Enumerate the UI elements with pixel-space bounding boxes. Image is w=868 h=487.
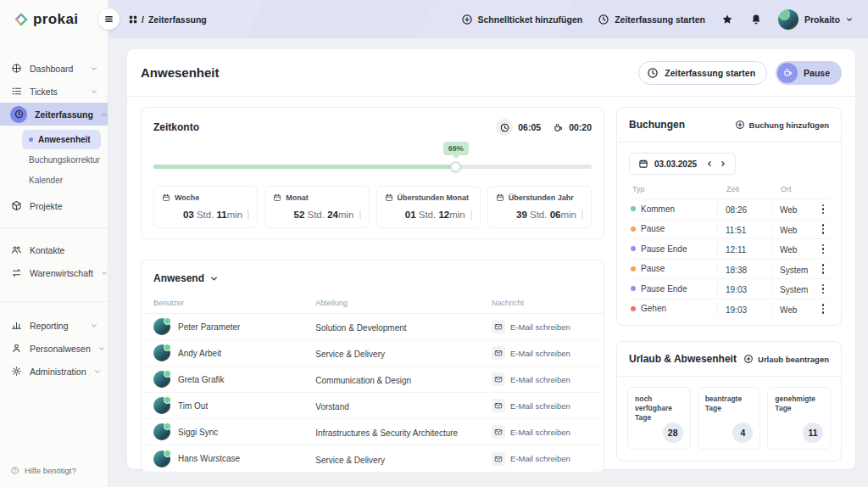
booking-type: Pause Ende xyxy=(641,244,687,254)
stat-available-days: noch verfügbare Tage 28 xyxy=(627,387,691,450)
chevron-down-icon xyxy=(101,270,108,277)
stat-hours: 01 xyxy=(405,210,416,220)
sidebar-divider xyxy=(0,227,108,228)
brand-name: prokai xyxy=(33,11,78,28)
stat-woche: Woche 03 Std. 11min xyxy=(153,186,258,228)
stat-value-badge: 4 xyxy=(732,423,753,443)
column-zeit: Zeit xyxy=(719,185,773,193)
progress-badge: 69% xyxy=(443,142,469,155)
avatar xyxy=(153,318,170,335)
anwesend-table-header: Benutzer Abteilung Nachricht xyxy=(142,294,604,314)
avatar xyxy=(153,397,170,414)
sidebar-toggle-button[interactable] xyxy=(98,8,120,30)
status-dot-gehen xyxy=(631,306,636,311)
anwesend-title: Anwesend xyxy=(153,272,204,284)
min-label: min xyxy=(227,210,243,220)
breadcrumb[interactable]: / Zeiterfassung xyxy=(129,14,207,25)
sidebar-item-administration[interactable]: Administration xyxy=(0,360,108,383)
buchungen-title: Buchungen xyxy=(629,119,685,131)
clock-icon xyxy=(598,14,609,25)
sidebar-item-tickets[interactable]: Tickets xyxy=(0,80,108,103)
table-row: Peter Parameter Solution & Development E… xyxy=(142,314,604,340)
user-menu[interactable]: Prokaito xyxy=(778,9,853,30)
std-label: Std. xyxy=(530,210,547,220)
stat-hours: 52 xyxy=(294,210,305,220)
email-link[interactable]: E-Mail schreiben xyxy=(492,425,592,439)
chevron-up-icon xyxy=(101,111,108,118)
subnav-label: Buchungskorrektur xyxy=(29,155,100,165)
email-link[interactable]: E-Mail schreiben xyxy=(492,320,592,333)
help-link[interactable]: Hilfe benötigt? xyxy=(10,466,76,475)
sidebar-subitem-buchungskorrektur[interactable]: Buchungskorrektur xyxy=(22,150,101,170)
calendar-icon xyxy=(273,193,281,202)
start-tracking-label: Zeiterfassung starten xyxy=(615,14,705,25)
sidebar-item-kontakte[interactable]: Kontakte xyxy=(0,238,108,261)
email-link[interactable]: E-Mail schreiben xyxy=(492,452,592,466)
pause-button[interactable]: Pause xyxy=(776,61,842,85)
nav-label: Personalwesen xyxy=(30,344,91,354)
sidebar-item-personalwesen[interactable]: Personalwesen xyxy=(0,337,108,360)
add-booking-button[interactable]: Buchung hinzufügen xyxy=(735,120,829,130)
calendar-icon xyxy=(638,159,648,169)
email-link[interactable]: E-Mail schreiben xyxy=(492,346,592,360)
status-dot-pause xyxy=(631,227,636,232)
stat-value-badge: 11 xyxy=(803,423,823,443)
row-menu-kebab-icon[interactable] xyxy=(817,243,829,256)
start-tracking-button[interactable]: Zeiterfassung starten xyxy=(598,14,705,25)
request-vacation-button[interactable]: Urlaub beantragen xyxy=(743,354,829,364)
envelope-icon xyxy=(492,346,505,360)
avatar xyxy=(153,344,170,361)
stat-label: Überstunden Jahr xyxy=(509,193,574,202)
tickets-icon xyxy=(10,86,22,98)
department: Solution & Development xyxy=(315,323,406,333)
sidebar-subitem-kalender[interactable]: Kalender xyxy=(22,171,101,190)
user-name: Peter Parameter xyxy=(178,322,240,332)
favorites-star-icon[interactable] xyxy=(721,13,734,26)
exchange-arrows-icon xyxy=(10,267,22,279)
sidebar-item-zeiterfassung[interactable]: Zeiterfassung xyxy=(0,103,108,126)
brand-logo[interactable]: prokai xyxy=(0,0,108,38)
buchungen-table-header: Typ Zeit Ort xyxy=(629,175,829,199)
status-dot-pause-ende xyxy=(631,246,636,251)
chevron-down-icon xyxy=(91,65,97,72)
row-menu-kebab-icon[interactable] xyxy=(817,203,829,216)
quick-ticket-button[interactable]: Schnellticket hinzufügen xyxy=(461,14,583,25)
row-menu-kebab-icon[interactable] xyxy=(817,283,829,296)
calendar-icon xyxy=(385,193,393,202)
chevron-down-icon xyxy=(91,322,97,329)
table-row: Hans Wurstcase Service & Delivery E-Mail… xyxy=(142,445,604,472)
anwesend-filter-dropdown[interactable]: Anwesend xyxy=(142,260,604,294)
row-menu-kebab-icon[interactable] xyxy=(817,302,829,316)
chevron-down-icon xyxy=(98,345,105,352)
sidebar-item-projekte[interactable]: Projekte xyxy=(0,194,108,217)
email-link[interactable]: E-Mail schreiben xyxy=(492,372,592,386)
buchungen-card: Buchungen Buchung hinzufügen 03.03.2025 xyxy=(616,107,842,326)
slider-handle[interactable] xyxy=(450,161,461,172)
sidebar-item-warenwirtschaft[interactable]: Warenwirtschaft xyxy=(0,261,108,284)
page-header: Anwesenheit Zeiterfassung starten Pause xyxy=(127,49,855,97)
next-day-button[interactable] xyxy=(720,160,726,167)
booking-type: Pause xyxy=(641,224,665,233)
previous-day-button[interactable] xyxy=(706,160,713,167)
stat-label: genehmigte Tage xyxy=(775,395,823,413)
coffee-cup-icon xyxy=(777,63,798,83)
nav-label: Kontakte xyxy=(30,245,97,255)
date-picker[interactable]: 03.03.2025 xyxy=(629,153,736,175)
zeitkonto-times: 06:05 00:20 xyxy=(496,119,592,136)
status-dot-pause xyxy=(631,266,636,271)
email-label: E-Mail schreiben xyxy=(510,401,570,411)
email-label: E-Mail schreiben xyxy=(510,322,570,332)
row-menu-kebab-icon[interactable] xyxy=(817,222,829,236)
department: Vorstand xyxy=(315,402,348,411)
sidebar-subitem-anwesenheit[interactable]: Anwesenheit xyxy=(22,130,101,149)
user-name: Hans Wurstcase xyxy=(178,454,240,463)
min-label: min xyxy=(560,210,576,220)
sidebar-item-reporting[interactable]: Reporting xyxy=(0,314,108,337)
row-menu-kebab-icon[interactable] xyxy=(817,262,829,276)
start-tracking-pill-button[interactable]: Zeiterfassung starten xyxy=(638,61,767,85)
booking-time: 19:03 xyxy=(726,285,747,294)
notifications-bell-icon[interactable] xyxy=(749,13,763,26)
main-panel: Anwesenheit Zeiterfassung starten Pause xyxy=(127,49,855,469)
email-link[interactable]: E-Mail schreiben xyxy=(492,399,592,412)
sidebar-item-dashboard[interactable]: Dashboard xyxy=(0,57,108,80)
